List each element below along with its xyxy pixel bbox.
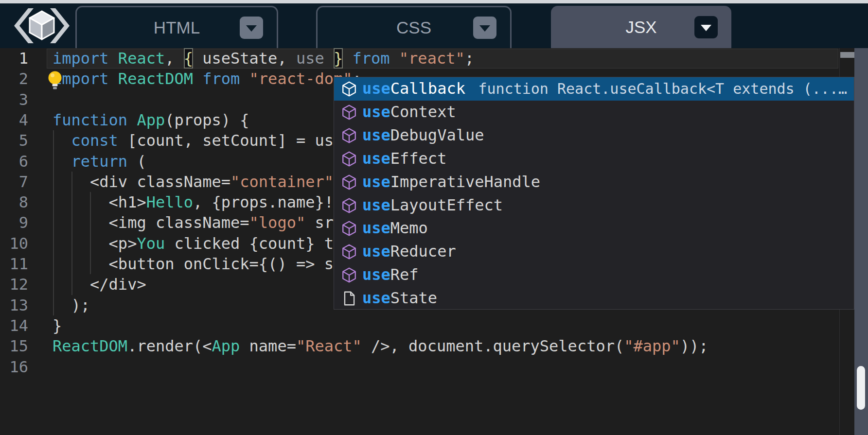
suggestion-label: useContext [362, 101, 456, 124]
line-number: 8 [0, 192, 28, 212]
symbol-cube-icon [341, 197, 357, 214]
suggestion-item-useMemo[interactable]: useMemo [334, 217, 854, 240]
tab-css[interactable]: CSS [316, 6, 512, 48]
top-border [0, 0, 868, 3]
line-number: 16 [0, 357, 28, 377]
code-line[interactable]: import React, { useState, use } from "re… [53, 48, 474, 69]
suggestion-item-useImperativeHandle[interactable]: useImperativeHandle [334, 171, 854, 194]
suggestion-label: useEffect [362, 147, 446, 171]
chevron-down-icon [701, 25, 711, 31]
code-line[interactable]: function App(props) { [53, 110, 249, 130]
line-number: 5 [0, 130, 28, 151]
code-editor[interactable]: 12345678910111213141516 import React, { … [0, 48, 854, 435]
line-number: 7 [0, 172, 28, 192]
suggestion-label: useDebugValue [362, 124, 484, 147]
symbol-cube-icon [341, 174, 357, 191]
lightbulb-icon[interactable] [46, 70, 65, 93]
line-number: 1 [0, 48, 28, 69]
suggestion-item-useCallback[interactable]: useCallbackfunction React.useCallback<T … [334, 77, 854, 101]
autocomplete-popup: useCallbackfunction React.useCallback<T … [334, 77, 854, 310]
suggestion-item-useLayoutEffect[interactable]: useLayoutEffect [334, 194, 854, 217]
code-line[interactable]: ); [53, 295, 90, 315]
line-number: 2 [0, 69, 28, 89]
code-playground-logo-icon [11, 7, 73, 45]
page-scrollbar-thumb[interactable] [857, 366, 865, 410]
suggestion-item-useContext[interactable]: useContext [334, 101, 854, 124]
code-line[interactable]: } [53, 315, 62, 336]
editor-scrollbar-thumb[interactable] [840, 52, 854, 58]
code-line[interactable]: import ReactDOM from "react-dom"; [53, 69, 362, 89]
line-number: 15 [0, 336, 28, 356]
symbol-cube-icon [341, 81, 357, 97]
line-number: 14 [0, 315, 28, 336]
tab-html-menu-button[interactable] [240, 17, 263, 39]
line-number: 12 [0, 274, 28, 295]
tab-jsx-menu-button[interactable] [694, 16, 718, 38]
symbol-cube-icon [341, 127, 357, 144]
code-line[interactable]: ReactDOM.render(<App name="React" />, do… [53, 336, 709, 356]
tab-css-menu-button[interactable] [473, 17, 496, 39]
code-line[interactable]: <h1>Hello, {props.name}!</h1> [53, 192, 380, 212]
symbol-cube-icon [341, 151, 357, 167]
editor-tab-bar: HTML CSS JSX [0, 3, 868, 48]
symbol-file-icon [341, 290, 357, 307]
suggestion-label: useMemo [362, 217, 428, 240]
code-line[interactable]: return ( [53, 151, 146, 172]
line-number: 6 [0, 151, 28, 172]
suggestion-item-useState[interactable]: useState [334, 287, 854, 310]
line-number: 4 [0, 110, 28, 130]
tab-jsx[interactable]: JSX [551, 6, 731, 48]
suggestion-label: useRef [362, 263, 419, 287]
suggestion-item-useDebugValue[interactable]: useDebugValue [334, 124, 854, 147]
suggestion-label: useReducer [362, 240, 456, 263]
suggestion-label: useLayoutEffect [362, 194, 503, 217]
code-line[interactable]: <div className="container"> [53, 172, 343, 192]
symbol-cube-icon [341, 104, 357, 121]
symbol-cube-icon [341, 267, 357, 283]
line-number: 9 [0, 212, 28, 233]
playground-window: HTML CSS JSX 12345678910111213141516 imp… [0, 0, 868, 435]
suggestion-item-useEffect[interactable]: useEffect [334, 147, 854, 171]
tab-html[interactable]: HTML [75, 6, 278, 48]
line-number: 11 [0, 254, 28, 274]
line-number: 10 [0, 233, 28, 254]
suggestion-item-useRef[interactable]: useRef [334, 263, 854, 287]
chevron-down-icon [479, 25, 490, 32]
line-number: 3 [0, 89, 28, 110]
suggestion-label: useImperativeHandle [362, 171, 540, 194]
chevron-down-icon [246, 25, 257, 32]
line-number: 13 [0, 295, 28, 315]
code-line[interactable]: </div> [53, 274, 146, 295]
page-scrollbar-track[interactable] [854, 48, 868, 435]
suggestion-label: useCallback [362, 77, 465, 101]
suggestion-label: useState [362, 287, 437, 310]
symbol-cube-icon [341, 220, 357, 237]
suggestion-item-useReducer[interactable]: useReducer [334, 240, 854, 263]
symbol-cube-icon [341, 244, 357, 260]
suggestion-detail: function React.useCallback<T extends (..… [478, 77, 847, 101]
